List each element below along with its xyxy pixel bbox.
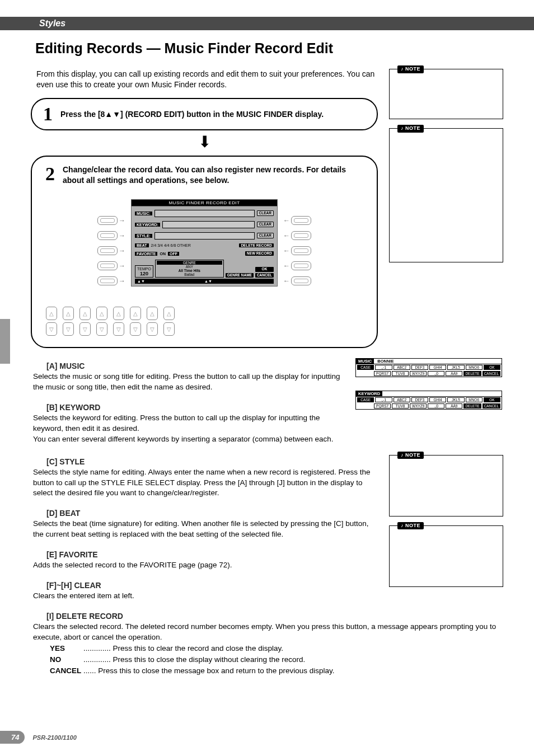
- panel-rocker[interactable]: △▽: [163, 307, 175, 336]
- side-button[interactable]: [291, 216, 311, 225]
- note-box-2: NOTE: [389, 128, 503, 262]
- side-button[interactable]: [291, 231, 311, 240]
- intro-paragraph: From this display, you can call up exist…: [36, 69, 378, 90]
- lcd-style-field: [154, 232, 255, 240]
- section-b-heading: [B] KEYWORD: [46, 403, 344, 412]
- panel-rocker[interactable]: △▽: [45, 307, 58, 336]
- arrow-left-icon: ←: [283, 217, 290, 224]
- side-button[interactable]: [291, 276, 311, 285]
- note-box-4: NOTE: [389, 525, 503, 587]
- cancel-label: CANCEL: [50, 665, 83, 677]
- kbd-key[interactable]: DEF3: [411, 397, 428, 402]
- yes-label: YES: [50, 643, 83, 654]
- side-button[interactable]: [97, 261, 118, 270]
- kbd-delete-key[interactable]: DELETE: [463, 403, 481, 408]
- lcd-genre-item: Ballad: [157, 273, 222, 276]
- step-1-number: 1: [43, 105, 53, 124]
- lcd-cancel-button[interactable]: CANCEL: [255, 273, 274, 278]
- section-e-heading: [E] FAVORITE: [46, 550, 378, 559]
- section-i-text: Clears the selected record. The deleted …: [33, 622, 503, 643]
- lcd-footer-row: ▲▼ ▲▼: [135, 279, 274, 284]
- side-button[interactable]: [97, 246, 118, 255]
- kbd-cancel-key[interactable]: CANCEL: [483, 403, 500, 408]
- kbd-key[interactable]: TUV8: [392, 371, 409, 376]
- side-button[interactable]: [291, 261, 311, 270]
- lcd-ok-button[interactable]: OK: [255, 267, 274, 272]
- kbd-key[interactable]: TUV8: [392, 403, 409, 408]
- kbd-delete-key[interactable]: DELETE: [463, 371, 481, 376]
- panel-rocker[interactable]: △▽: [113, 307, 125, 336]
- lcd-clear-button[interactable]: CLEAR: [257, 233, 274, 239]
- note-box-3: NOTE: [389, 455, 503, 516]
- arrow-down-icon: ⬇: [31, 133, 378, 151]
- lcd-genre-item: ANY: [157, 265, 222, 269]
- keyword-input-strip: KEYWORD CASE .,-1 ABC2 DEF3 GHI4 JKL5 MN…: [355, 391, 502, 410]
- section-header: Styles: [0, 17, 534, 30]
- section-d-text: Selects the beat (time signature) for ed…: [33, 519, 378, 540]
- kbd-key[interactable]: ÀÁ9: [446, 403, 462, 408]
- side-button[interactable]: [97, 231, 118, 240]
- section-c-text: Selects the style name for editing. Alwa…: [33, 467, 378, 499]
- step-2-text: Change/clear the record data. You can al…: [63, 165, 363, 186]
- note-label: NOTE: [397, 65, 424, 73]
- lcd-keyword-field: [162, 221, 255, 228]
- panel-rocker-buttons: △▽ △▽ △▽ △▽ △▽ △▽ △▽ △▽: [45, 307, 175, 336]
- kbd-key[interactable]: JKL5: [447, 365, 464, 370]
- section-d-heading: [D] BEAT: [46, 509, 378, 518]
- panel-rocker[interactable]: △▽: [146, 307, 158, 336]
- lcd-genre-label: GENRE: [157, 261, 222, 265]
- kbd-key[interactable]: .,0: [428, 371, 444, 376]
- kbd-key[interactable]: GHI4: [429, 397, 446, 402]
- lcd-footer-arrows: ▲▼: [137, 279, 145, 283]
- step-2-box: 2 Change/clear the record data. You can …: [31, 156, 378, 348]
- music-strip-title: MUSIC: [356, 359, 374, 364]
- kbd-ok-key[interactable]: OK: [484, 365, 500, 370]
- kbd-key[interactable]: PQRS7: [374, 371, 391, 376]
- kbd-key[interactable]: GHI4: [429, 365, 446, 370]
- kbd-key[interactable]: PQRS7: [374, 403, 391, 408]
- side-button[interactable]: [291, 246, 311, 255]
- lcd-new-record-button[interactable]: NEW RECORD: [245, 251, 274, 256]
- music-strip-value: BONNIE: [375, 359, 394, 364]
- lcd-clear-button[interactable]: CLEAR: [257, 222, 274, 228]
- panel-rocker[interactable]: △▽: [79, 307, 91, 336]
- lcd-music-field: [154, 210, 255, 217]
- panel-rocker[interactable]: △▽: [129, 307, 142, 336]
- arrow-left-icon: ←: [283, 247, 290, 255]
- lcd-tempo-box: TEMPO 120: [135, 265, 153, 278]
- kbd-key[interactable]: WXYZ9: [410, 403, 427, 408]
- kbd-key[interactable]: ÀÁ9: [446, 371, 462, 376]
- note-label: NOTE: [397, 452, 424, 459]
- step-1-box: 1 Press the [8▲▼] (RECORD EDIT) button i…: [31, 98, 378, 130]
- kbd-key[interactable]: MNO6: [466, 365, 483, 370]
- kbd-key[interactable]: WXYZ9: [410, 371, 427, 376]
- kbd-key[interactable]: .,-1: [375, 365, 392, 370]
- kbd-cancel-key[interactable]: CANCEL: [483, 371, 500, 376]
- lcd-genre-box: GENRE ANY All Time Hits Ballad: [155, 260, 224, 278]
- kbd-key[interactable]: DEF3: [411, 365, 428, 370]
- side-button[interactable]: [97, 276, 118, 285]
- panel-rocker[interactable]: △▽: [96, 307, 108, 336]
- arrow-right-icon: →: [119, 232, 125, 240]
- panel-rocker[interactable]: △▽: [62, 307, 74, 336]
- music-input-strip: MUSIC BONNIE CASE .,-1 ABC2 DEF3 GHI4 JK…: [355, 358, 502, 377]
- model-name: PSR-2100/1100: [32, 734, 76, 741]
- kbd-key[interactable]: .,0: [428, 403, 444, 408]
- kbd-ok-key[interactable]: OK: [484, 397, 500, 402]
- arrow-left-icon: ←: [283, 277, 290, 285]
- kbd-key[interactable]: ABC2: [394, 397, 410, 402]
- kbd-key[interactable]: ABC2: [394, 365, 410, 370]
- lcd-clear-button[interactable]: CLEAR: [257, 210, 274, 217]
- section-side-tab: [0, 319, 10, 364]
- kbd-key[interactable]: .,-1: [375, 397, 392, 402]
- lcd-genre-name-button[interactable]: GENRE NAME: [226, 273, 254, 278]
- lcd-delete-record-button[interactable]: DELETE RECORD: [239, 243, 274, 248]
- kbd-key[interactable]: JKL5: [447, 397, 464, 402]
- lcd-footer-arrows: ▲▼: [204, 279, 212, 283]
- step-2-number: 2: [45, 165, 55, 184]
- no-label: NO: [50, 654, 83, 665]
- section-b-text-1: Selects the keyword for editing. Press t…: [33, 413, 344, 434]
- no-text: ............. Press this to close the di…: [83, 655, 305, 664]
- side-button[interactable]: [97, 216, 118, 225]
- kbd-key[interactable]: MNO6: [466, 397, 483, 402]
